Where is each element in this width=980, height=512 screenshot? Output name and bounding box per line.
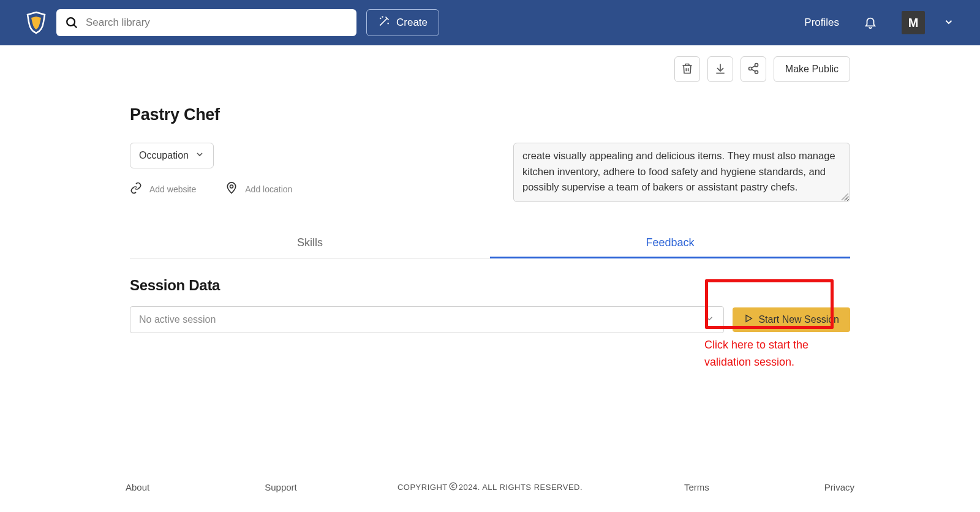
tab-feedback[interactable]: Feedback bbox=[490, 229, 850, 258]
share-button[interactable] bbox=[741, 56, 766, 82]
svg-line-10 bbox=[752, 69, 755, 71]
footer-terms-link[interactable]: Terms bbox=[684, 482, 709, 492]
trash-icon bbox=[681, 62, 693, 77]
chevron-down-icon bbox=[943, 20, 954, 29]
svg-point-8 bbox=[755, 70, 758, 73]
start-new-session-button[interactable]: Start New Session bbox=[733, 307, 850, 332]
session-data-heading: Session Data bbox=[130, 277, 850, 294]
svg-point-6 bbox=[755, 63, 758, 66]
footer: About Support COPYRIGHT 2024. ALL RIGHTS… bbox=[0, 482, 980, 492]
user-menu-button[interactable] bbox=[943, 17, 954, 29]
make-public-button[interactable]: Make Public bbox=[774, 56, 850, 82]
download-icon bbox=[714, 62, 726, 77]
tab-skills[interactable]: Skills bbox=[130, 229, 490, 258]
add-location-button[interactable]: Add location bbox=[225, 182, 292, 196]
session-placeholder: No active session bbox=[139, 314, 216, 325]
svg-line-9 bbox=[752, 66, 755, 67]
svg-point-11 bbox=[230, 185, 233, 188]
svg-point-2 bbox=[380, 18, 381, 18]
download-button[interactable] bbox=[707, 56, 733, 82]
profiles-link[interactable]: Profiles bbox=[804, 17, 839, 29]
footer-support-link[interactable]: Support bbox=[265, 482, 297, 492]
user-avatar[interactable]: M bbox=[902, 11, 925, 34]
location-icon bbox=[225, 182, 238, 196]
footer-privacy-link[interactable]: Privacy bbox=[824, 482, 854, 492]
top-nav: Create Profiles M bbox=[0, 0, 980, 45]
bell-icon bbox=[864, 15, 877, 31]
magic-wand-icon bbox=[378, 15, 390, 31]
footer-copyright: COPYRIGHT 2024. ALL RIGHTS RESERVED. bbox=[398, 482, 582, 492]
start-session-label: Start New Session bbox=[758, 314, 839, 325]
chevron-down-icon bbox=[704, 313, 715, 326]
description-textarea[interactable]: create visually appealing and delicious … bbox=[513, 143, 850, 202]
svg-point-3 bbox=[382, 17, 383, 17]
play-icon bbox=[744, 314, 753, 326]
link-icon bbox=[130, 182, 142, 196]
svg-point-0 bbox=[67, 18, 75, 26]
search-container bbox=[56, 9, 356, 36]
notifications-button[interactable] bbox=[864, 15, 877, 31]
add-website-button[interactable]: Add website bbox=[130, 182, 196, 196]
share-icon bbox=[747, 62, 760, 77]
create-button[interactable]: Create bbox=[366, 9, 439, 36]
profile-tabs: Skills Feedback bbox=[130, 229, 850, 258]
occupation-label: Occupation bbox=[139, 150, 189, 161]
copyright-icon bbox=[449, 482, 458, 492]
svg-point-4 bbox=[388, 23, 388, 23]
svg-point-13 bbox=[450, 483, 457, 490]
create-label: Create bbox=[396, 17, 428, 29]
occupation-dropdown[interactable]: Occupation bbox=[130, 143, 214, 168]
profile-title: Pastry Chef bbox=[130, 105, 850, 124]
svg-point-7 bbox=[748, 67, 752, 70]
annotation-text: Click here to start the validation sessi… bbox=[704, 337, 833, 371]
add-website-label: Add website bbox=[149, 184, 196, 194]
session-select[interactable]: No active session bbox=[130, 306, 724, 333]
delete-button[interactable] bbox=[674, 56, 700, 82]
chevron-down-icon bbox=[195, 149, 205, 162]
svg-marker-12 bbox=[746, 315, 752, 322]
footer-about-link[interactable]: About bbox=[126, 482, 149, 492]
search-icon bbox=[65, 16, 78, 29]
svg-line-1 bbox=[74, 24, 77, 28]
app-logo bbox=[26, 10, 47, 35]
add-location-label: Add location bbox=[245, 184, 292, 194]
profile-action-bar: Make Public bbox=[130, 56, 850, 82]
search-input[interactable] bbox=[86, 17, 348, 29]
